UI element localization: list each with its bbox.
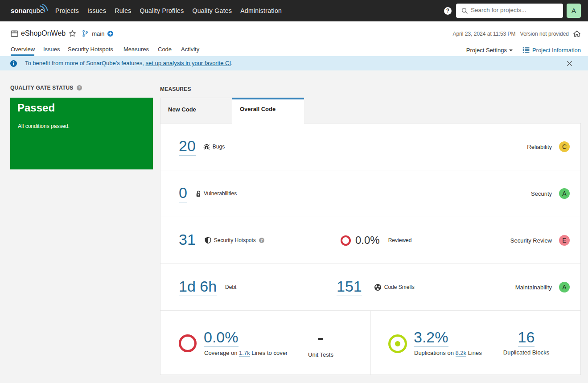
svg-text:?: ? bbox=[78, 86, 80, 90]
svg-text:?: ? bbox=[260, 238, 263, 243]
